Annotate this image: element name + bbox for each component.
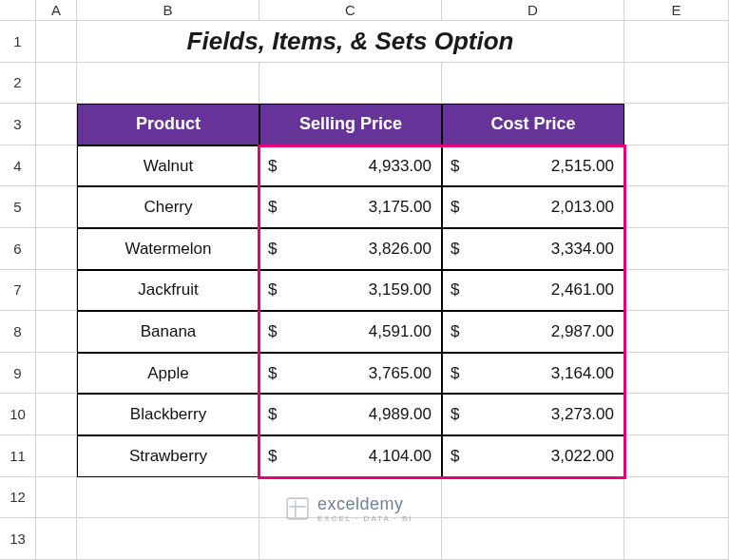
product-cell[interactable]: Jackfruit [77,270,259,312]
row-header-9[interactable]: 9 [0,353,36,395]
selling-value: 4,104.00 [369,447,432,466]
cell-a13[interactable] [36,518,77,560]
selling-cell[interactable]: $4,104.00 [259,435,442,477]
col-header-a[interactable]: A [36,0,77,21]
currency-symbol: $ [451,157,459,176]
row-header-10[interactable]: 10 [0,394,36,435]
cell-e3[interactable] [624,104,729,145]
cell-e10[interactable] [624,394,729,435]
row-header-8[interactable]: 8 [0,311,36,353]
selling-value: 3,175.00 [369,198,432,217]
selling-cell[interactable]: $4,989.00 [259,394,442,435]
cost-cell[interactable]: $2,987.00 [442,311,624,353]
cell-e13[interactable] [624,518,729,560]
cell-c2[interactable] [259,63,442,105]
cell-a4[interactable] [36,145,77,187]
col-header-d[interactable]: D [442,0,624,21]
currency-symbol: $ [268,447,277,466]
col-header-b[interactable]: B [77,0,259,21]
cell-d13[interactable] [442,518,624,560]
currency-symbol: $ [451,447,459,466]
selling-cell[interactable]: $3,826.00 [259,228,442,270]
cell-e5[interactable] [624,186,729,228]
row-header-1[interactable]: 1 [0,21,36,63]
col-header-c[interactable]: C [259,0,442,21]
cell-e11[interactable] [624,435,729,477]
currency-symbol: $ [268,240,277,259]
select-all-corner[interactable] [0,0,36,21]
cost-value: 3,273.00 [551,405,614,424]
title-cell[interactable]: Fields, Items, & Sets Option [77,21,624,63]
cost-value: 2,461.00 [551,280,614,299]
cell-d2[interactable] [442,63,624,105]
cell-e4[interactable] [624,145,729,187]
cell-a2[interactable] [36,63,77,105]
cell-b2[interactable] [77,63,259,105]
cell-a5[interactable] [36,186,77,228]
cost-cell[interactable]: $2,461.00 [442,270,624,312]
cell-c13[interactable] [259,518,442,560]
row-header-7[interactable]: 7 [0,270,36,312]
currency-symbol: $ [451,240,459,259]
table-header-product[interactable]: Product [77,104,259,145]
currency-symbol: $ [451,405,459,424]
row-header-4[interactable]: 4 [0,145,36,187]
selling-cell[interactable]: $3,159.00 [259,270,442,312]
table-header-selling[interactable]: Selling Price [259,104,442,145]
cell-a12[interactable] [36,477,77,519]
row-header-2[interactable]: 2 [0,63,36,105]
cost-cell[interactable]: $2,013.00 [442,186,624,228]
cell-d12[interactable] [442,477,624,519]
cell-b12[interactable] [77,477,259,519]
cell-e1[interactable] [624,21,729,63]
cost-cell[interactable]: $3,273.00 [442,394,624,435]
row-header-3[interactable]: 3 [0,104,36,145]
currency-symbol: $ [268,157,277,176]
product-cell[interactable]: Walnut [77,145,259,187]
cell-a6[interactable] [36,228,77,270]
row-header-13[interactable]: 13 [0,518,36,560]
cell-a7[interactable] [36,270,77,312]
cell-a3[interactable] [36,104,77,145]
cell-a10[interactable] [36,394,77,435]
cell-a8[interactable] [36,311,77,353]
cost-cell[interactable]: $3,022.00 [442,435,624,477]
svg-rect-0 [287,498,308,519]
selling-cell[interactable]: $3,175.00 [259,186,442,228]
cell-a9[interactable] [36,353,77,395]
product-cell[interactable]: Apple [77,353,259,395]
cell-e8[interactable] [624,311,729,353]
product-cell[interactable]: Strawberry [77,435,259,477]
cell-a11[interactable] [36,435,77,477]
cell-a1[interactable] [36,21,77,63]
cell-e2[interactable] [624,63,729,105]
cell-e6[interactable] [624,228,729,270]
product-cell[interactable]: Cherry [77,186,259,228]
selling-cell[interactable]: $3,765.00 [259,353,442,395]
row-header-5[interactable]: 5 [0,186,36,228]
row-header-11[interactable]: 11 [0,435,36,477]
row-header-12[interactable]: 12 [0,477,36,519]
selling-cell[interactable]: $4,933.00 [259,145,442,187]
table-header-cost[interactable]: Cost Price [442,104,624,145]
cell-e12[interactable] [624,477,729,519]
cell-b13[interactable] [77,518,259,560]
product-cell[interactable]: Watermelon [77,228,259,270]
cell-e7[interactable] [624,270,729,312]
product-cell[interactable]: Banana [77,311,259,353]
cell-e9[interactable] [624,353,729,395]
cost-cell[interactable]: $3,164.00 [442,353,624,395]
currency-symbol: $ [268,405,277,424]
currency-symbol: $ [451,364,459,383]
cost-value: 3,164.00 [551,364,614,383]
cost-cell[interactable]: $2,515.00 [442,145,624,187]
selling-cell[interactable]: $4,591.00 [259,311,442,353]
currency-symbol: $ [451,198,459,217]
cost-value: 2,987.00 [551,322,614,341]
watermark-tag: EXCEL · DATA · BI [317,514,413,523]
col-header-e[interactable]: E [624,0,729,21]
cost-value: 3,334.00 [551,240,614,259]
cost-cell[interactable]: $3,334.00 [442,228,624,270]
product-cell[interactable]: Blackberry [77,394,259,435]
row-header-6[interactable]: 6 [0,228,36,270]
